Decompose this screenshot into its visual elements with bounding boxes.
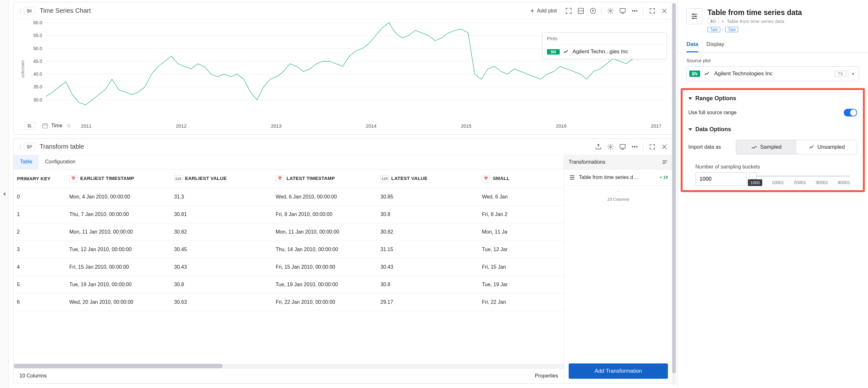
horizontal-scrollbar[interactable] <box>14 364 564 368</box>
list-icon[interactable] <box>661 159 668 165</box>
transform-item[interactable]: Table from time series d… + 10 <box>564 169 672 186</box>
table-badge[interactable]: $P <box>24 142 35 151</box>
gear-icon[interactable] <box>66 123 71 129</box>
sampled-button[interactable]: Sampled <box>736 140 797 154</box>
column-count-label: 10 Columns <box>20 373 46 379</box>
time-badge[interactable]: $L <box>25 122 35 130</box>
svg-text:50.0: 50.0 <box>33 46 42 51</box>
svg-text:60.0: 60.0 <box>33 20 42 25</box>
table-row[interactable]: 6Wed, 20 Jan 2010, 00:00:0030.63Fri, 22 … <box>14 293 564 311</box>
legend-title: Plots <box>542 33 666 45</box>
tab-data[interactable]: Data <box>686 41 698 52</box>
more-icon[interactable] <box>631 143 638 150</box>
properties-link[interactable]: Properties <box>535 373 558 379</box>
unsampled-button[interactable]: Unsampled <box>797 140 857 154</box>
svg-text:45.0: 45.0 <box>33 59 42 64</box>
monitor-icon[interactable] <box>619 7 626 14</box>
options-highlight: Range Options Use full source range Data… <box>681 88 865 192</box>
table-panel: ⋮⋮⋮ $P Transform table Table Co <box>13 138 673 384</box>
sampled-icon <box>751 144 757 150</box>
chart-panel: ⋮⋮⋮ $K Time Series Chart Add plot <box>13 2 673 135</box>
gear-icon[interactable] <box>607 143 614 150</box>
close-icon[interactable] <box>661 7 668 14</box>
close-icon[interactable] <box>661 143 668 150</box>
chevron-down-icon[interactable]: ▾ <box>850 71 856 76</box>
data-grid[interactable]: PRIMARY KEY📅EARLIEST TIMESTAMP123EARLIES… <box>14 169 564 364</box>
table-transform-icon <box>569 174 576 181</box>
range-options-header[interactable]: Range Options <box>683 90 863 107</box>
svg-text:35.0: 35.0 <box>33 85 42 90</box>
time-label: Time <box>51 123 63 129</box>
tab-table[interactable]: Table <box>14 155 39 169</box>
monitor-icon[interactable] <box>619 143 626 150</box>
column-header[interactable]: 123LATEST VALUE <box>377 169 479 188</box>
data-options-header[interactable]: Data Options <box>683 121 863 138</box>
svg-text:30.0: 30.0 <box>33 97 42 102</box>
tab-configuration[interactable]: Configuration <box>39 155 82 169</box>
table-row[interactable]: 2Mon, 11 Jan 2010, 00:00:0030.82Mon, 11 … <box>14 223 564 240</box>
x-tick: 2011 <box>81 123 92 129</box>
line-chart-icon <box>563 48 569 55</box>
number-icon: 123 <box>380 175 389 182</box>
column-header[interactable]: 123EARLIEST VALUE <box>171 169 273 188</box>
column-header[interactable]: 📅EARLIEST TIMESTAMP <box>66 169 171 188</box>
fit-icon[interactable] <box>565 7 572 14</box>
legend-item[interactable]: $N Agilent Techn...gies Inc <box>542 45 666 59</box>
collapse-gutter[interactable] <box>0 0 9 388</box>
arrow-down-icon: ↓ <box>564 186 672 196</box>
slider-tooltip: 1000 <box>748 179 763 186</box>
table-row[interactable]: 5Tue, 19 Jan 2010, 00:00:0030.8Tue, 19 J… <box>14 276 564 293</box>
add-transformation-button[interactable]: Add Transformation <box>569 363 668 379</box>
line-chart-icon <box>704 70 710 77</box>
download-icon[interactable] <box>589 7 596 14</box>
autoscale-icon[interactable] <box>577 7 584 14</box>
drag-handle-icon[interactable]: ⋮⋮⋮ <box>18 8 24 13</box>
x-tick: 2017 <box>651 123 661 129</box>
table-row[interactable]: 0Mon, 4 Jan 2010, 00:00:0031.3Wed, 6 Jan… <box>14 188 564 205</box>
drag-handle-icon[interactable]: ⋮⋮⋮ <box>18 144 24 149</box>
x-tick: 2016 <box>556 123 566 129</box>
table-transform-icon <box>686 8 702 24</box>
svg-point-26 <box>634 146 636 147</box>
x-tick: 2012 <box>176 123 186 129</box>
chart-canvas[interactable]: unknown 30.035.040.045.050.055.060.0 Plo… <box>14 20 672 118</box>
tab-display[interactable]: Display <box>707 41 724 52</box>
column-header[interactable]: 📅LATEST TIMESTAMP <box>273 169 377 188</box>
svg-rect-3 <box>620 8 625 12</box>
add-plot-button[interactable]: Add plot <box>529 8 557 14</box>
svg-point-5 <box>634 10 636 11</box>
fullscreen-icon[interactable] <box>649 143 656 150</box>
export-icon[interactable] <box>595 143 602 150</box>
transformations-panel: Transformations Table from time series d… <box>564 155 672 384</box>
table-row[interactable]: 3Tue, 12 Jan 2010, 00:00:0030.45Thu, 14 … <box>14 240 564 258</box>
breadcrumb-chip[interactable]: Tabl <box>725 27 738 32</box>
svg-point-6 <box>636 10 637 11</box>
table-row[interactable]: 1Thu, 7 Jan 2010, 00:00:0030.81Fri, 8 Ja… <box>14 205 564 223</box>
svg-text:40.0: 40.0 <box>33 71 42 76</box>
fullscreen-icon[interactable] <box>649 7 656 14</box>
transforms-column-count: 10 Columns <box>564 196 672 206</box>
svg-rect-24 <box>620 144 625 148</box>
x-tick: 2013 <box>271 123 281 129</box>
table-row[interactable]: 4Fri, 15 Jan 2010, 00:00:0030.43Fri, 15 … <box>14 258 564 276</box>
number-icon: 123 <box>174 175 183 182</box>
svg-point-27 <box>636 146 637 147</box>
buckets-slider[interactable]: 1000 100010001200013000140001 <box>752 172 850 185</box>
column-header[interactable]: 📅SMALL <box>479 169 564 188</box>
buckets-label: Number of sampling buckets <box>683 159 863 172</box>
column-header[interactable]: PRIMARY KEY <box>14 169 66 188</box>
more-icon[interactable] <box>631 7 638 14</box>
calendar-icon: 📅 <box>69 175 78 182</box>
chart-title: Time Series Chart <box>39 7 529 14</box>
plus-icon <box>529 8 535 14</box>
breadcrumb-chip[interactable]: Tabl <box>708 27 720 32</box>
use-full-range-toggle[interactable] <box>844 109 857 117</box>
buckets-input[interactable] <box>695 172 746 186</box>
legend-card: Plots $N Agilent Techn...gies Inc <box>542 32 666 59</box>
transformations-title: Transformations <box>569 159 606 165</box>
calendar-icon <box>42 123 48 129</box>
gear-icon[interactable] <box>607 7 614 14</box>
source-plot-select[interactable]: $N Agilent Technologies Inc TS ▾ <box>686 66 859 81</box>
chart-badge[interactable]: $K <box>24 7 35 15</box>
table-title: Transform table <box>39 143 595 150</box>
